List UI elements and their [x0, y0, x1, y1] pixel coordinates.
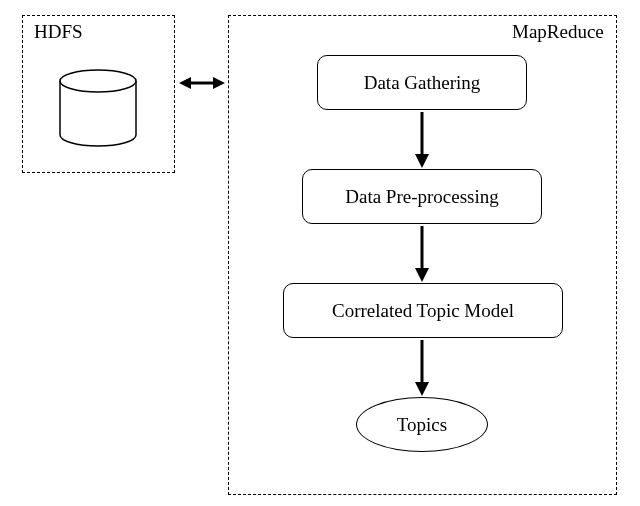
svg-marker-3: [213, 77, 225, 89]
svg-marker-5: [415, 154, 429, 168]
data-preprocessing-box: Data Pre-processing: [302, 169, 542, 224]
correlated-topic-model-label: Correlated Topic Model: [332, 300, 514, 322]
hdfs-label: HDFS: [34, 21, 83, 43]
arrow-down-icon: [412, 340, 432, 396]
mapreduce-label: MapReduce: [512, 21, 604, 43]
data-gathering-label: Data Gathering: [364, 72, 481, 94]
database-cylinder-icon: [58, 69, 138, 147]
topics-label: Topics: [397, 414, 447, 436]
arrow-down-icon: [412, 226, 432, 282]
svg-marker-9: [415, 382, 429, 396]
correlated-topic-model-box: Correlated Topic Model: [283, 283, 563, 338]
svg-marker-7: [415, 268, 429, 282]
double-arrow-icon: [179, 73, 225, 93]
svg-point-0: [60, 70, 136, 92]
arrow-down-icon: [412, 112, 432, 168]
data-gathering-box: Data Gathering: [317, 55, 527, 110]
topics-ellipse: Topics: [356, 397, 488, 452]
svg-marker-2: [179, 77, 191, 89]
data-preprocessing-label: Data Pre-processing: [345, 186, 499, 208]
